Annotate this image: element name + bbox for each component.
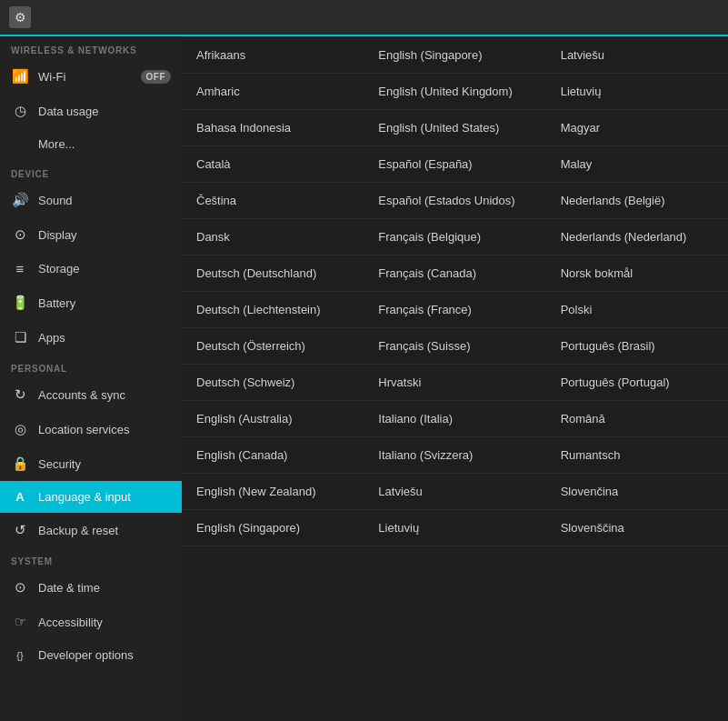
sidebar-item-sound[interactable]: 🔊 Sound [0,183,182,217]
date-time-icon: ⊙ [11,579,29,596]
main-layout: WIRELESS & NETWORKS 📶 Wi-Fi OFF ◷ Data u… [0,36,728,721]
language-cell[interactable]: Français (Suisse) [364,328,545,365]
wifi-toggle[interactable]: OFF [141,70,172,84]
language-cell[interactable]: Français (France) [364,292,545,328]
language-cell[interactable]: English (Australia) [182,401,364,437]
date-time-label: Date & time [38,581,171,595]
language-cell[interactable]: Latviešu [546,37,728,74]
language-cell[interactable]: Čeština [182,183,364,219]
accessibility-icon: ☞ [11,614,29,630]
battery-icon: 🔋 [11,295,29,311]
language-cell[interactable]: Deutsch (Österreich) [182,328,364,365]
language-cell[interactable]: Hrvatski [364,365,545,401]
sidebar-item-wifi[interactable]: 📶 Wi-Fi OFF [0,59,182,94]
sound-icon: 🔊 [11,192,29,208]
language-cell[interactable]: Latviešu [364,474,545,510]
language-cell[interactable]: Afrikaans [182,37,364,74]
language-cell[interactable]: Italiano (Svizzera) [364,437,545,474]
storage-label: Storage [38,262,171,275]
language-cell[interactable]: Français (Canada) [364,255,545,292]
language-cell[interactable]: Rumantsch [546,437,728,474]
sidebar-item-location-services[interactable]: ◎ Location services [0,412,182,446]
sidebar-item-apps[interactable]: ❏ Apps [0,320,182,355]
section-label-system: SYSTEM [0,547,182,570]
language-cell[interactable]: Norsk bokmål [546,255,728,292]
language-cell[interactable]: English (United States) [364,110,545,146]
language-cell[interactable]: Català [182,146,364,183]
content-area: AfrikaansEnglish (Singapore)LatviešuAmha… [182,36,728,721]
language-cell[interactable]: Magyar [546,110,728,146]
title-bar: ⚙ [0,0,728,36]
wifi-icon: 📶 [11,68,29,85]
language-cell[interactable]: English (Singapore) [364,37,545,74]
sidebar-item-display[interactable]: ⊙ Display [0,217,182,252]
sidebar-item-battery[interactable]: 🔋 Battery [0,285,182,320]
sidebar-item-backup-reset[interactable]: ↺ Backup & reset [0,513,182,547]
language-cell[interactable]: Deutsch (Schweiz) [182,365,364,401]
sidebar-item-accessibility[interactable]: ☞ Accessibility [0,605,182,639]
data-usage-icon: ◷ [11,103,29,119]
language-cell[interactable]: Português (Portugal) [546,365,728,401]
language-label: Language & input [38,490,171,504]
language-cell[interactable]: Malay [546,146,728,183]
section-label-personal: PERSONAL [0,355,182,377]
language-cell[interactable]: Español (Estados Unidos) [364,183,545,219]
backup-label: Backup & reset [38,524,171,537]
language-icon: A [11,490,29,504]
sidebar-item-accounts-sync[interactable]: ↻ Accounts & sync [0,377,182,412]
sidebar-item-data-usage[interactable]: ◷ Data usage [0,94,182,128]
battery-label: Battery [38,296,171,310]
sidebar-item-language-input[interactable]: A Language & input [0,481,182,513]
language-cell[interactable]: Français (Belgique) [364,219,545,255]
language-cell[interactable]: Amharic [182,74,364,110]
language-cell[interactable]: English (United Kingdom) [364,74,545,110]
location-label: Location services [38,423,171,436]
settings-icon: ⚙ [9,6,31,28]
developer-options-label: Developer options [38,648,171,662]
apps-icon: ❏ [11,329,29,345]
language-cell[interactable]: Nederlands (Nederland) [546,219,728,255]
language-cell[interactable]: English (Singapore) [182,510,364,546]
language-cell[interactable]: Slovenščina [546,510,728,546]
storage-icon: ≡ [11,261,29,276]
sidebar-item-security[interactable]: 🔒 Security [0,446,182,481]
sidebar-item-more[interactable]: More... [0,128,182,160]
security-label: Security [38,457,171,471]
apps-label: Apps [38,331,171,345]
location-icon: ◎ [11,421,29,437]
section-label-device: DEVICE [0,160,182,183]
language-cell[interactable]: Nederlands (België) [546,183,728,219]
language-cell[interactable]: Português (Brasil) [546,328,728,365]
developer-options-icon: {} [11,650,29,661]
language-cell[interactable]: English (Canada) [182,437,364,474]
backup-icon: ↺ [11,522,29,538]
display-icon: ⊙ [11,226,29,243]
language-cell[interactable]: Polski [546,292,728,328]
language-cell[interactable]: Slovenčina [546,474,728,510]
language-cell[interactable]: Deutsch (Deutschland) [182,255,364,292]
wifi-label: Wi-Fi [38,70,132,84]
more-label: More... [38,137,171,151]
sound-label: Sound [38,194,171,207]
language-cell[interactable]: English (New Zealand) [182,474,364,510]
sidebar: WIRELESS & NETWORKS 📶 Wi-Fi OFF ◷ Data u… [0,36,182,721]
accounts-sync-icon: ↻ [11,386,29,403]
data-usage-label: Data usage [38,105,171,118]
accessibility-label: Accessibility [38,616,171,629]
security-icon: 🔒 [11,456,29,472]
language-cell[interactable]: Español (España) [364,146,545,183]
accounts-sync-label: Accounts & sync [38,388,171,402]
language-cell[interactable]: Lietuvių [546,74,728,110]
display-label: Display [38,228,171,242]
sidebar-item-storage[interactable]: ≡ Storage [0,252,182,285]
language-grid: AfrikaansEnglish (Singapore)LatviešuAmha… [182,36,728,546]
section-label-wireless: WIRELESS & NETWORKS [0,36,182,59]
sidebar-item-developer-options[interactable]: {} Developer options [0,639,182,671]
language-cell[interactable]: Deutsch (Liechtenstein) [182,292,364,328]
sidebar-item-date-time[interactable]: ⊙ Date & time [0,570,182,605]
language-cell[interactable]: Italiano (Italia) [364,401,545,437]
language-cell[interactable]: Bahasa Indonesia [182,110,364,146]
language-cell[interactable]: Română [546,401,728,437]
language-cell[interactable]: Dansk [182,219,364,255]
language-cell[interactable]: Lietuvių [364,510,545,546]
